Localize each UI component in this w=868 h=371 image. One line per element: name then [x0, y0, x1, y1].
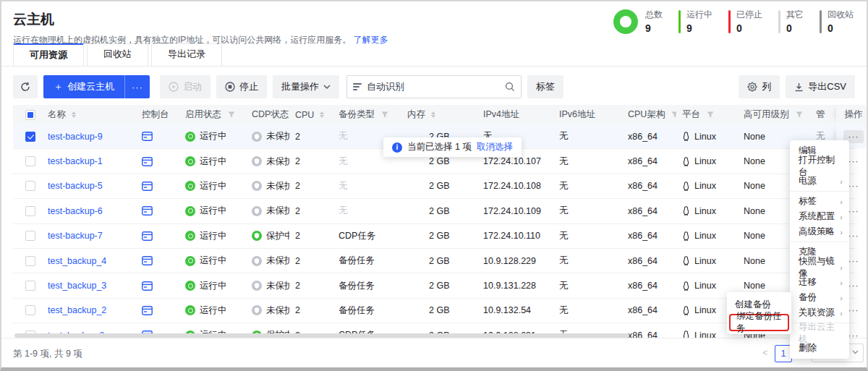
stat-label: 运行中 — [686, 9, 712, 21]
selection-toast-text: 当前已选择 1 项 — [407, 141, 472, 153]
column-label: CPU — [295, 110, 314, 120]
cell-platform: Linux — [676, 231, 738, 241]
stat-label: 其它 — [786, 9, 804, 21]
stat-bar-icon — [778, 10, 780, 33]
menu-item-label: 迁移 — [799, 276, 817, 289]
vm-name-link[interactable]: test-backup-6 — [48, 206, 103, 216]
cell-text: 无 — [559, 180, 569, 192]
cell-text: CDP任务 — [339, 230, 375, 242]
chevron-right-icon: › — [840, 177, 843, 186]
sort-icon[interactable] — [320, 111, 324, 118]
stat-value: 0 — [736, 22, 762, 34]
running-status-icon — [185, 256, 195, 266]
menu-item-1[interactable]: 打开控制台 — [790, 158, 849, 174]
search-input[interactable]: 自动识别 — [346, 75, 522, 98]
vm-name-link[interactable]: test_backup_3 — [48, 281, 106, 291]
console-icon[interactable] — [142, 182, 153, 191]
row-checkbox[interactable] — [25, 156, 35, 166]
sort-icon[interactable] — [72, 111, 76, 118]
row-checkbox[interactable] — [25, 231, 35, 241]
filter-icon[interactable] — [226, 111, 235, 118]
vm-name-link[interactable]: test-backup-9 — [48, 132, 103, 142]
batch-actions-button[interactable]: 批量操作 — [273, 75, 339, 98]
tab-2[interactable]: 导出记录 — [151, 43, 222, 66]
row-checkbox[interactable] — [25, 132, 35, 142]
filter-icon[interactable] — [705, 111, 714, 118]
vm-name-link[interactable]: test-backup-5 — [48, 181, 103, 191]
submenu-item-1[interactable]: 绑定备份任务 — [729, 314, 789, 331]
console-icon[interactable] — [142, 256, 153, 265]
prev-page-chevron[interactable]: < — [762, 347, 768, 358]
cell-text: 无 — [559, 230, 569, 242]
stop-button[interactable]: 停止 — [216, 75, 267, 98]
cell-text: 2 — [295, 281, 300, 291]
vm-name-link[interactable]: test-backup-7 — [48, 231, 103, 241]
menu-item-7[interactable]: 快照与镜像› — [790, 260, 849, 275]
console-icon[interactable] — [142, 281, 153, 291]
shield-unprotected-icon — [252, 156, 262, 166]
cell-text: 无 — [559, 255, 569, 267]
page-subtitle: 运行在物理机上的虚拟机实例，具有独立的IP地址，可以访问公共网络，运行应用服务。… — [13, 34, 855, 46]
row-checkbox[interactable] — [25, 181, 35, 191]
export-csv-button[interactable]: 导出CSV — [786, 75, 855, 98]
tag-button[interactable]: 标签 — [527, 75, 563, 98]
row-checkbox[interactable] — [25, 281, 35, 291]
horizontal-scrollbar[interactable] — [14, 333, 629, 338]
cell-enable: 运行中 — [179, 155, 246, 168]
menu-item-5[interactable]: 高级策略› — [790, 224, 849, 239]
cell-cpu: 2 — [289, 256, 333, 266]
filter-icon[interactable] — [793, 111, 803, 118]
cell-ipv6: 无 — [553, 230, 622, 242]
vm-name-link[interactable]: test_backup_4 — [48, 256, 106, 266]
linux-icon — [682, 182, 690, 191]
select-all-checkbox[interactable] — [25, 110, 35, 120]
row-checkbox[interactable] — [25, 305, 35, 315]
column-label: 控制台 — [142, 108, 169, 121]
cell-text: 备份任务 — [339, 255, 375, 267]
cell-text: x86_64 — [628, 181, 658, 191]
cell-cdp: 未保护 — [246, 180, 289, 192]
menu-item-4[interactable]: 系统配置› — [790, 209, 849, 224]
console-icon[interactable] — [142, 157, 153, 166]
vm-name-link[interactable]: test-backup-1 — [48, 156, 103, 166]
start-button[interactable]: 启动 — [160, 75, 210, 98]
refresh-button[interactable] — [13, 75, 38, 98]
row-checkbox[interactable] — [25, 206, 35, 216]
console-icon[interactable] — [142, 231, 153, 241]
enable-status-text: 运行中 — [200, 230, 227, 242]
running-status-icon — [185, 206, 195, 216]
columns-button[interactable]: 列 — [739, 75, 780, 98]
row-checkbox-cell — [13, 206, 42, 216]
platform-text: Linux — [694, 206, 716, 216]
deselect-link[interactable]: 取消选择 — [477, 141, 513, 153]
cell-text: 无 — [339, 205, 348, 217]
shield-unprotected-icon — [252, 281, 262, 291]
play-icon — [169, 82, 179, 92]
cell-ipv6: 无 — [553, 280, 622, 292]
table-row: test-backup-5运行中未保护2无2 GB172.24.10.108无x… — [13, 174, 855, 199]
menu-item-10[interactable]: 关联资源› — [790, 305, 849, 320]
cell-cpu: 2 — [289, 156, 333, 166]
console-icon[interactable] — [142, 306, 153, 315]
sort-icon[interactable] — [431, 111, 435, 118]
filter-icon[interactable] — [669, 111, 676, 118]
row-checkbox[interactable] — [25, 256, 35, 266]
stat-label: 总数 — [645, 9, 663, 21]
stat-total-text: 总数9 — [645, 9, 663, 34]
learn-more-link[interactable]: 了解更多 — [354, 35, 388, 45]
tab-0[interactable]: 可用资源 — [13, 43, 84, 66]
cell-name: test-backup-6 — [42, 206, 136, 216]
menu-item-3[interactable]: 标签› — [790, 194, 849, 209]
cell-backup_type: 无 — [333, 205, 401, 217]
menu-item-9[interactable]: 备份› — [790, 290, 849, 305]
tab-1[interactable]: 回收站 — [87, 43, 148, 66]
cell-text: 无 — [339, 180, 348, 192]
console-icon[interactable] — [142, 206, 153, 216]
shield-unprotected-icon — [252, 206, 262, 216]
create-vm-button[interactable]: ＋ 创建云主机 — [43, 75, 124, 98]
filter-icon[interactable] — [379, 111, 388, 118]
vm-name-link[interactable]: test_backup_2 — [48, 305, 106, 315]
console-icon[interactable] — [142, 132, 153, 141]
cdp-status-text: 保护中 — [266, 230, 289, 242]
create-vm-more-button[interactable]: ··· — [124, 75, 150, 98]
